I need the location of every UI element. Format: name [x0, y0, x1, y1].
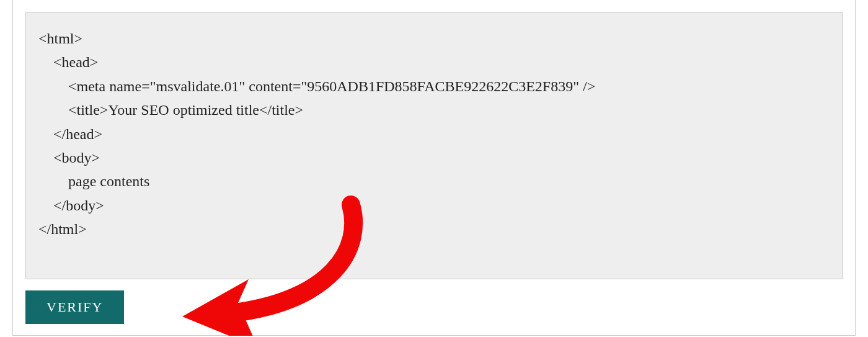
code-line: <title>Your SEO optimized title</title> — [38, 102, 303, 118]
code-line: page contents — [38, 173, 149, 189]
verify-button[interactable]: VERIFY — [25, 290, 124, 324]
verification-panel: <html> <head> <meta name="msvalidate.01"… — [12, 0, 856, 336]
code-line: <body> — [38, 150, 100, 166]
code-line: </body> — [38, 197, 104, 213]
code-snippet-box: <html> <head> <meta name="msvalidate.01"… — [25, 12, 843, 279]
code-line: </head> — [38, 126, 102, 142]
code-line: <meta name="msvalidate.01" content="9560… — [38, 78, 595, 94]
code-line: <html> — [38, 30, 82, 47]
code-line: <head> — [38, 54, 98, 70]
code-line: </html> — [38, 221, 87, 237]
